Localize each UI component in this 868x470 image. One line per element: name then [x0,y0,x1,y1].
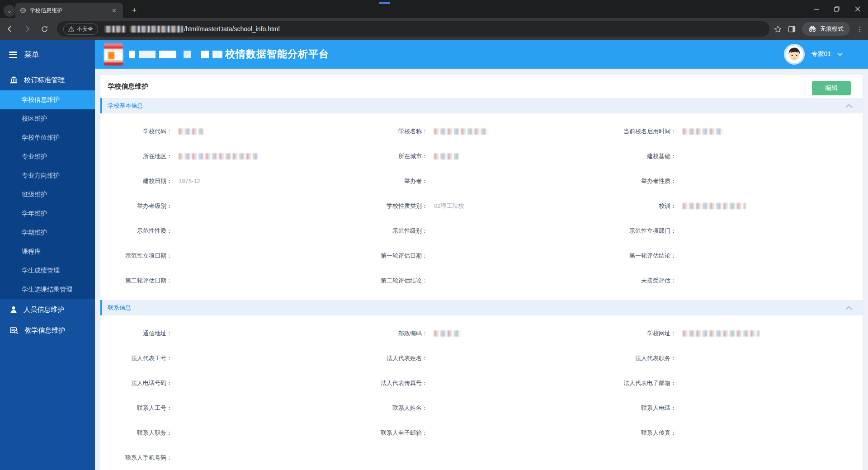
url-host-redacted [130,26,183,33]
field-学校网址: 学校网址： [609,321,857,346]
field-未接受评估: 未接受评估： [609,268,857,293]
field-grid: 学校代码：学校名称：当前校名启用时间：所在地区：所在城市：建校基础：建校日期：1… [100,113,863,293]
field-第一轮评估日期: 第一轮评估日期： [360,243,609,268]
field-label: 学校名称： [360,127,428,136]
field-label: 第一轮评估结论： [609,252,676,260]
sidebar-item-学年维护[interactable]: 学年维护 [0,204,95,223]
field-label: 第二轮评估结论： [360,277,428,285]
school-info-card: 学校信息维护 编辑 学校基本信息学校代码：学校名称：当前校名启用时间：所在地区：… [100,75,863,470]
sidebar-item-课程库[interactable]: 课程库 [0,242,95,261]
field-法人代表电子邮箱: 法人代表电子邮箱： [609,371,857,395]
field-label: 第二轮评估日期： [111,277,172,285]
field-grid: 通信地址：邮政编码：学校网址：法人代表工号：法人代表姓名：法人代表职务：法人电话… [100,315,863,470]
sidebar-item-学期维护[interactable]: 学期维护 [0,223,95,242]
chevron-up-icon[interactable] [845,306,853,310]
user-avatar [784,44,805,65]
field-法人代表工号: 法人代表工号： [111,346,360,371]
incognito-badge[interactable]: 无痕模式 [802,22,850,36]
field-学校代码: 学校代码： [111,119,360,144]
sidebar-item-班级维护[interactable]: 班级维护 [0,185,95,204]
sidebar-item-专业维护[interactable]: 专业维护 [0,147,95,166]
sidebar-menu-toggle[interactable]: 菜单 [0,40,95,70]
field-label: 建校日期： [111,177,172,185]
sidebar-item-学校单位维护[interactable]: 学校单位维护 [0,128,95,147]
chevron-up-icon[interactable] [845,104,853,108]
section-header-联系信息[interactable]: 联系信息 [100,300,863,315]
incognito-label: 无痕模式 [820,25,844,33]
hamburger-icon [9,52,17,58]
forward-button[interactable] [20,22,34,36]
browser-menu-icon[interactable]: ⋮ [856,28,863,30]
url-path: /html/masterData/school_info.html [184,25,280,33]
field-学校性质类别: 学校性质类别：02理工院校 [360,193,609,218]
field-label: 法人代表传真号： [360,379,428,387]
field-法人电话号码: 法人电话号码： [111,371,360,395]
field-联系人职务: 联系人职务： [111,420,360,445]
field-value-redacted [434,330,461,337]
field-校训: 校训： [609,193,857,218]
side-panel-icon[interactable] [788,25,796,33]
field-示范性性质: 示范性性质： [111,218,360,243]
field-label: 所在城市： [360,152,428,160]
sidebar-item-校订标准管理[interactable]: 校订标准管理 [0,70,95,90]
bookmark-star-icon[interactable] [774,25,782,33]
new-tab-button[interactable]: + [128,5,140,16]
window-minimize-button[interactable] [806,0,826,18]
sidebar-item-label: 校订标准管理 [24,76,95,85]
field-value-redacted [434,128,488,135]
reload-button[interactable] [37,22,52,36]
field-label: 所在地区： [111,152,172,160]
sidebar-item-label: 人员信息维护 [24,306,95,314]
field-label: 举办者： [360,177,428,185]
url-bar[interactable]: 不安全 /html/masterData/school_info.html [57,21,769,37]
field-第二轮评估日期: 第二轮评估日期： [111,268,360,293]
field-法人代表职务: 法人代表职务： [609,346,857,371]
teaching-icon [10,327,18,334]
tab-search-button[interactable]: ⌄ [4,5,15,17]
user-menu[interactable]: 专家01 [784,40,843,69]
field-label: 联系人工号： [111,404,172,412]
field-联系人工号: 联系人工号： [111,395,360,420]
field-value-redacted [683,330,760,337]
sidebar-item-学生选课结果管理[interactable]: 学生选课结果管理 [0,280,95,299]
field-label: 法人代表姓名： [360,354,428,362]
tab-close-icon[interactable]: ✕ [110,6,118,15]
section-header-学校基本信息[interactable]: 学校基本信息 [100,98,863,113]
edit-button[interactable]: 编辑 [812,81,851,95]
field-示范性立项部门: 示范性立项部门： [609,218,857,243]
field-label: 学校性质类别： [360,202,428,210]
field-value-redacted [683,128,723,135]
field-label: 邮政编码： [360,329,428,338]
sidebar-item-人员信息维护[interactable]: 人员信息维护 [0,299,95,320]
page-title: 学校信息维护 [108,82,863,91]
sidebar-item-学生成绩管理[interactable]: 学生成绩管理 [0,261,95,280]
field-示范性级别: 示范性级别： [360,218,609,243]
school-name-redacted [129,51,222,58]
top-blue-dash [379,2,390,4]
field-联系人电话: 联系人电话： [609,395,857,420]
field-label: 联系人传真： [609,429,676,437]
field-举办者性质: 举办者性质： [609,169,857,193]
sidebar-item-校区维护[interactable]: 校区维护 [0,109,95,128]
field-value-redacted [179,128,203,135]
globe-icon [20,7,26,14]
sidebar-item-教学信息维护[interactable]: 教学信息维护 [0,320,95,341]
sidebar-item-专业方向维护[interactable]: 专业方向维护 [0,166,95,185]
field-法人代表传真号: 法人代表传真号： [360,371,609,395]
window-close-button[interactable] [847,0,868,18]
field-联系人传真: 联系人传真： [609,420,857,445]
field-label: 法人代表电子邮箱： [609,379,676,387]
main-content: 学校信息维护 编辑 学校基本信息学校代码：学校名称：当前校名启用时间：所在地区：… [95,69,868,470]
not-secure-chip[interactable]: 不安全 [63,24,98,35]
browser-tab[interactable]: 学校信息维护 ✕ [15,3,123,18]
back-button[interactable] [3,22,17,36]
browser-toolbar: 不安全 /html/masterData/school_info.html 无痕… [0,18,868,40]
field-label: 联系人电话： [609,404,676,412]
sidebar-item-label: 教学信息维护 [24,326,95,335]
field-label: 通信地址： [111,329,172,338]
section-title: 学校基本信息 [108,102,143,110]
field-label: 学校代码： [111,127,172,136]
window-restore-button[interactable] [826,0,847,18]
section-title: 联系信息 [108,304,131,312]
sidebar-item-学校信息维护[interactable]: 学校信息维护 [0,90,95,109]
